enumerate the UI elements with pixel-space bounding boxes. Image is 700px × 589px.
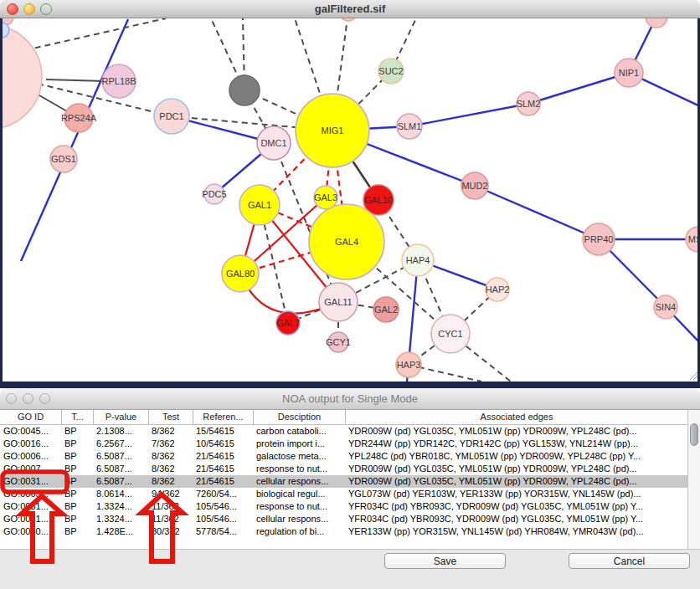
- node-top-center-partial[interactable]: [339, 18, 358, 21]
- network-window-titlebar: galFiltered.sif: [0, 0, 700, 18]
- network-canvas[interactable]: RPL18BRPS24AGDS1PDC1MIG1DMC1SLM1SUC2SLM2…: [0, 18, 700, 382]
- cell-reference: 105/546...: [193, 513, 253, 525]
- cell-edges: YFR034C (pd) YBR093C, YDR009W (pd) YGL03…: [345, 513, 687, 525]
- cell-reference: 21/54615: [193, 450, 253, 463]
- network-window-title: galFiltered.sif: [0, 3, 700, 15]
- cell-go_id: GO:0050...: [0, 525, 61, 538]
- cell-description: carbon cataboli...: [253, 425, 345, 438]
- table-row[interactable]: GO:0031...BP1.3324...11/362105/546...cel…: [0, 513, 687, 525]
- node-label-MSN: MSN: [688, 234, 697, 244]
- save-button[interactable]: Save: [384, 553, 506, 569]
- table-row[interactable]: GO:0050...BP1.428E...80/3625778/54...reg…: [0, 525, 687, 538]
- cell-type: BP: [61, 513, 93, 525]
- cell-type: BP: [61, 438, 93, 450]
- table-row[interactable]: GO:0016...BP6.2567...7/36210/54615protei…: [0, 438, 687, 450]
- cell-description: response to nut...: [253, 500, 345, 513]
- cell-p_value: 6.5087...: [93, 463, 148, 475]
- node-label-GAL10: GAL10: [364, 195, 393, 205]
- node-label-GAL11: GAL11: [324, 297, 352, 307]
- column-header-5[interactable]: Referen...: [193, 410, 253, 425]
- noa-window-titlebar: NOA output for Single Mode: [0, 388, 700, 410]
- node-big-left[interactable]: [3, 25, 42, 129]
- edge: [25, 18, 166, 50]
- node-label-PDC1: PDC1: [159, 111, 183, 121]
- cell-test: 11/362: [148, 500, 193, 513]
- table-body: GO:0045...BP2.1308...8/36215/54615carbon…: [0, 425, 687, 538]
- cell-reference: 7260/54...: [193, 488, 253, 500]
- node-label-PRP40: PRP40: [584, 234, 614, 244]
- node-unnamed-gray[interactable]: [229, 75, 260, 105]
- cell-go_id: GO:0016...: [0, 438, 61, 450]
- cell-type: BP: [61, 450, 93, 463]
- cell-test: 7/362: [148, 438, 193, 450]
- node-label-HAP4: HAP4: [406, 255, 430, 265]
- cell-description: cellular respons...: [253, 475, 345, 488]
- vertical-scrollbar[interactable]: [687, 410, 700, 549]
- edge: [46, 79, 105, 81]
- cell-go_id: GO:0031...: [0, 500, 61, 513]
- cell-reference: 21/54615: [193, 475, 253, 488]
- cell-reference: 5778/54...: [193, 525, 253, 538]
- column-header-7[interactable]: Associated edges: [345, 410, 687, 425]
- node-label-NIP1: NIP1: [619, 68, 639, 78]
- cell-edges: YER133W (pp) YOR315W, YNL145W (pd) YHR08…: [345, 525, 687, 538]
- cell-test: 8/362: [148, 425, 193, 438]
- cell-p_value: 1.3324...: [93, 513, 148, 525]
- node-label-MIG1: MIG1: [322, 125, 344, 136]
- node-label-RPL18B: RPL18B: [102, 76, 136, 86]
- edge: [528, 73, 629, 104]
- cell-test: 8/362: [148, 475, 193, 488]
- node-label-HAP2: HAP2: [486, 284, 510, 294]
- table-row[interactable]: GO:0006...BP6.5087...8/36221/54615galact…: [0, 450, 687, 463]
- scrollbar-thumb[interactable]: [690, 423, 698, 446]
- network-window-bottom-border: [0, 382, 700, 388]
- cell-p_value: 1.3324...: [93, 500, 148, 513]
- cell-reference: 10/54615: [193, 438, 253, 450]
- node-label-GAL7: GAL7: [276, 318, 300, 328]
- column-header-1[interactable]: GO ID: [0, 410, 61, 425]
- cell-edges: YDR009W (pd) YGL035C, YML051W (pp) YDR00…: [345, 425, 687, 438]
- cell-description: galactose meta...: [253, 450, 345, 463]
- table-row[interactable]: GO:0007...BP6.5087...8/36221/54615respon…: [0, 463, 687, 475]
- node-label-PDC5: PDC5: [202, 189, 226, 199]
- cell-description: regulation of bi...: [253, 525, 345, 538]
- cell-test: 8/362: [148, 463, 193, 475]
- column-header-3[interactable]: P-value: [93, 410, 148, 425]
- node-label-GCY1: GCY1: [326, 337, 351, 347]
- table-header-row: GO IDT...P-valueTestReferen...Desciption…: [0, 410, 687, 425]
- node-label-GAL3: GAL3: [314, 192, 337, 202]
- cell-description: response to nut...: [253, 463, 345, 475]
- node-label-SLM1: SLM1: [398, 121, 422, 131]
- cell-reference: 21/54615: [193, 463, 253, 475]
- node-label-RPS24A: RPS24A: [61, 113, 97, 123]
- edge: [409, 104, 528, 126]
- cancel-button[interactable]: Cancel: [569, 553, 690, 569]
- column-header-4[interactable]: Test: [148, 410, 193, 425]
- cell-p_value: 6.5087...: [93, 450, 148, 463]
- cell-description: biological regul...: [253, 488, 345, 500]
- column-header-2[interactable]: T...: [61, 410, 93, 425]
- cell-type: BP: [61, 463, 93, 475]
- cell-edges: YDR009W (pd) YGL035C, YML051W (pp) YDR00…: [345, 475, 687, 488]
- cell-go_id: GO:0065...: [0, 488, 61, 500]
- table-row[interactable]: GO:0065...BP8.0614...94/3627260/54...bio…: [0, 488, 687, 500]
- node-label-MUD2: MUD2: [461, 181, 487, 191]
- node-top-right-partial[interactable]: [646, 18, 667, 28]
- cell-edges: YFR034C (pd) YBR093C, YDR009W (pd) YGL03…: [345, 500, 687, 513]
- node-label-GAL1: GAL1: [248, 200, 271, 210]
- node-label-CYC1: CYC1: [438, 329, 462, 339]
- network-graph: RPL18BRPS24AGDS1PDC1MIG1DMC1SLM1SUC2SLM2…: [3, 18, 697, 382]
- table-row[interactable]: GO:0045...BP2.1308...8/36215/54615carbon…: [0, 425, 687, 438]
- cell-type: BP: [61, 475, 93, 488]
- cell-test: 94/362: [148, 488, 193, 500]
- column-header-6[interactable]: Desciption: [253, 410, 345, 425]
- table-row[interactable]: GO:0031...BP1.3324...11/362105/546...res…: [0, 500, 687, 513]
- resize-grip[interactable]: [690, 372, 697, 380]
- node-label-GDS1: GDS1: [51, 154, 76, 164]
- cell-type: BP: [61, 500, 93, 513]
- node-label-SIN4: SIN4: [656, 302, 676, 312]
- cell-p_value: 6.2567...: [93, 438, 148, 450]
- cell-p_value: 8.0614...: [93, 488, 148, 500]
- cell-p_value: 1.428E...: [93, 525, 148, 538]
- table-row[interactable]: GO:0031...BP6.5087...8/36221/54615cellul…: [0, 475, 687, 488]
